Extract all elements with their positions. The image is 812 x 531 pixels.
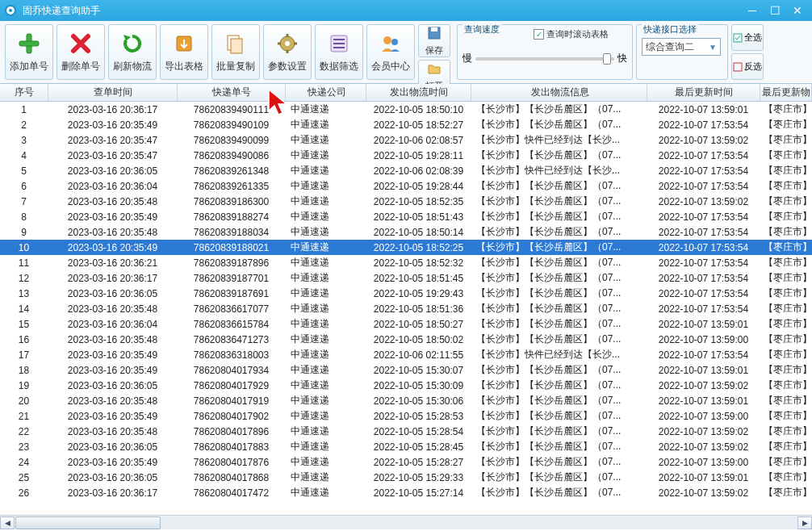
interface-panel: 快递接口选择 综合查询二 ▼ xyxy=(636,24,728,80)
check-icon xyxy=(733,33,743,43)
copy-icon xyxy=(223,31,249,56)
table-row[interactable]: 62023-03-16 20:36:0478620839261335中通速递20… xyxy=(0,178,812,194)
settings-button[interactable]: 参数设置 xyxy=(263,24,312,80)
table-row[interactable]: 102023-03-16 20:35:4978620839188021中通速递2… xyxy=(0,240,812,255)
scroll-track[interactable] xyxy=(15,516,797,529)
svg-point-18 xyxy=(391,39,398,45)
export-button[interactable]: 导出表格 xyxy=(160,24,208,80)
autoscroll-checkbox[interactable]: ✓ xyxy=(534,29,544,40)
table-row[interactable]: 162023-03-16 20:35:4878620836471273中通速递2… xyxy=(0,332,812,347)
table-row[interactable]: 252023-03-16 20:36:0578620804017868中通速递2… xyxy=(0,470,812,485)
grid-header[interactable]: 序号 查单时间 快递单号 快递公司 发出物流时间 发出物流信息 最后更新时间 最… xyxy=(0,84,812,102)
maximize-button[interactable]: ☐ xyxy=(764,2,786,19)
close-button[interactable]: ✕ xyxy=(786,2,809,19)
svg-rect-15 xyxy=(333,43,345,44)
svg-point-1 xyxy=(9,9,12,12)
x-icon xyxy=(68,31,94,56)
col-index[interactable]: 序号 xyxy=(0,84,48,101)
svg-rect-14 xyxy=(333,39,345,40)
titlebar[interactable]: 固乔快递查询助手 ─ ☐ ✕ xyxy=(0,0,812,21)
table-row[interactable]: 72023-03-16 20:35:4878620839186300中通速递20… xyxy=(0,194,812,209)
select-all-button[interactable]: 全选 xyxy=(731,24,764,51)
scroll-thumb[interactable] xyxy=(15,516,161,529)
app-icon xyxy=(3,3,18,18)
toolbar: 添加单号 删除单号 刷新物流 导出表格 批量复制 参数设置 数据筛选 会员中心 … xyxy=(0,21,812,84)
svg-point-17 xyxy=(383,36,391,44)
table-row[interactable]: 262023-03-16 20:36:1778620804017472中通速递2… xyxy=(0,485,812,500)
horizontal-scrollbar[interactable]: ◀ ▶ xyxy=(0,515,812,529)
table-row[interactable]: 142023-03-16 20:35:4878620836617077中通速递2… xyxy=(0,301,812,316)
filter-icon xyxy=(326,31,352,56)
col-company[interactable]: 快递公司 xyxy=(286,84,366,101)
refresh-button[interactable]: 刷新物流 xyxy=(108,24,157,80)
users-icon xyxy=(378,31,404,56)
svg-point-8 xyxy=(285,41,290,46)
table-row[interactable]: 12023-03-16 20:36:1778620839490111中通速递20… xyxy=(0,102,812,117)
svg-rect-16 xyxy=(333,47,345,48)
table-row[interactable]: 172023-03-16 20:35:4978620836318003中通速递2… xyxy=(0,347,812,362)
speed-slider[interactable] xyxy=(475,57,614,61)
data-grid[interactable]: 序号 查单时间 快递单号 快递公司 发出物流时间 发出物流信息 最后更新时间 最… xyxy=(0,84,812,515)
delete-button[interactable]: 删除单号 xyxy=(57,24,105,80)
speed-panel: 查询速度 ✓ 查询时滚动表格 慢 快 xyxy=(457,24,633,80)
add-button[interactable]: 添加单号 xyxy=(5,24,53,80)
table-row[interactable]: 132023-03-16 20:36:0578620839187691中通速递2… xyxy=(0,286,812,301)
table-row[interactable]: 82023-03-16 20:35:4978620839188274中通速递20… xyxy=(0,209,812,224)
window-title: 固乔快递查询助手 xyxy=(23,4,741,18)
col-updateinfo[interactable]: 最后更新物 xyxy=(760,84,812,101)
table-row[interactable]: 202023-03-16 20:35:4878620804017919中通速递2… xyxy=(0,393,812,408)
table-row[interactable]: 32023-03-16 20:35:4778620839490099中通速递20… xyxy=(0,132,812,148)
invert-select-button[interactable]: 反选 xyxy=(731,53,764,80)
grid-body[interactable]: 12023-03-16 20:36:1778620839490111中通速递20… xyxy=(0,102,812,513)
svg-rect-20 xyxy=(431,27,437,31)
table-row[interactable]: 242023-03-16 20:35:4978620804017876中通速递2… xyxy=(0,454,812,470)
save-button[interactable]: 保存 xyxy=(418,24,450,57)
table-row[interactable]: 122023-03-16 20:36:1778620839187701中通速递2… xyxy=(0,270,812,286)
folder-icon xyxy=(426,61,442,77)
plus-icon xyxy=(16,31,42,56)
svg-rect-3 xyxy=(19,41,39,46)
gear-icon xyxy=(274,31,300,56)
table-row[interactable]: 22023-03-16 20:35:4978620839490109中通速递20… xyxy=(0,117,812,132)
table-row[interactable]: 232023-03-16 20:36:0578620804017883中通速递2… xyxy=(0,439,812,454)
table-row[interactable]: 92023-03-16 20:35:4878620839188034中通速递20… xyxy=(0,224,812,240)
copy-button[interactable]: 批量复制 xyxy=(211,24,260,80)
filter-button[interactable]: 数据筛选 xyxy=(315,24,363,80)
table-row[interactable]: 42023-03-16 20:35:4778620839490086中通速递20… xyxy=(0,148,812,163)
table-row[interactable]: 52023-03-16 20:36:0578620839261348中通速递20… xyxy=(0,163,812,178)
chevron-down-icon: ▼ xyxy=(709,43,717,52)
col-senttime[interactable]: 发出物流时间 xyxy=(366,84,471,101)
member-button[interactable]: 会员中心 xyxy=(366,24,415,80)
svg-rect-6 xyxy=(231,39,242,53)
export-icon xyxy=(171,31,197,56)
svg-rect-22 xyxy=(734,63,742,71)
refresh-icon xyxy=(119,31,145,56)
save-icon xyxy=(426,25,442,41)
interface-select[interactable]: 综合查询二 ▼ xyxy=(642,38,721,56)
table-row[interactable]: 152023-03-16 20:36:0478620836615784中通速递2… xyxy=(0,316,812,332)
col-trackingno[interactable]: 快递单号 xyxy=(178,84,286,101)
scroll-left-button[interactable]: ◀ xyxy=(0,516,15,529)
minimize-button[interactable]: ─ xyxy=(741,2,764,19)
invert-icon xyxy=(733,62,743,72)
table-row[interactable]: 222023-03-16 20:35:4878620804017896中通速递2… xyxy=(0,424,812,439)
table-row[interactable]: 212023-03-16 20:35:4978620804017902中通速递2… xyxy=(0,408,812,424)
table-row[interactable]: 182023-03-16 20:35:4978620804017934中通速递2… xyxy=(0,362,812,378)
col-querytime[interactable]: 查单时间 xyxy=(48,84,178,101)
col-updatetime[interactable]: 最后更新时间 xyxy=(647,84,760,101)
scroll-right-button[interactable]: ▶ xyxy=(797,516,812,529)
col-sentinfo[interactable]: 发出物流信息 xyxy=(471,84,647,101)
table-row[interactable]: 112023-03-16 20:36:2178620839187896中通速递2… xyxy=(0,255,812,270)
table-row[interactable]: 192023-03-16 20:36:0578620804017929中通速递2… xyxy=(0,378,812,393)
